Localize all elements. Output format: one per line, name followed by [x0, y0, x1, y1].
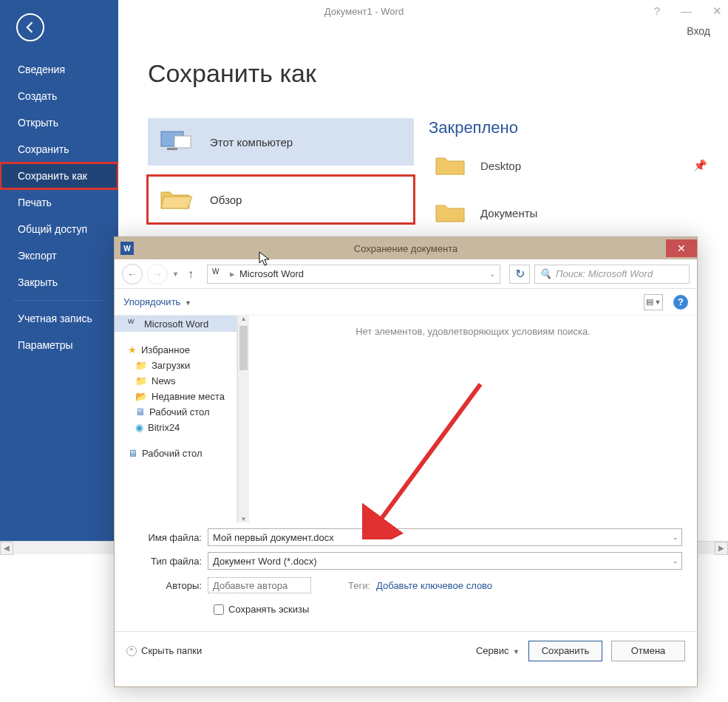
- sidebar-item-options[interactable]: Параметры: [0, 332, 118, 358]
- chevron-down-icon[interactable]: ⌄: [673, 557, 678, 565]
- sidebar-item-account[interactable]: Учетная запись: [0, 305, 118, 332]
- chevron-down-icon[interactable]: ▼: [172, 270, 179, 278]
- refresh-button[interactable]: ↻: [509, 265, 530, 284]
- file-list-area: Нет элементов, удовлетворяющих условиям …: [249, 316, 697, 522]
- chevron-up-icon: ⌃: [126, 646, 137, 656]
- sidebar-item-print[interactable]: Печать: [0, 189, 118, 216]
- window-controls: ? — ✕: [654, 4, 722, 18]
- save-button[interactable]: Сохранить: [528, 641, 602, 661]
- folder-icon: [435, 152, 467, 179]
- search-placeholder: Поиск: Microsoft Word: [556, 268, 653, 279]
- filename-label: Имя файла:: [129, 532, 208, 543]
- dialog-titlebar: W Сохранение документа ✕: [115, 237, 697, 259]
- folder-icon: 📁: [135, 375, 147, 386]
- empty-message: Нет элементов, удовлетворяющих условиям …: [356, 326, 591, 337]
- tree-item-news[interactable]: 📁News: [115, 373, 237, 389]
- authors-label: Авторы:: [129, 580, 208, 591]
- folder-open-icon: [160, 186, 192, 213]
- tree-scrollbar[interactable]: ▲ ▼: [237, 316, 249, 522]
- tree-item-favorites[interactable]: ★ Избранное: [115, 342, 237, 358]
- folder-icon: [435, 200, 467, 226]
- view-options-button[interactable]: ▤▼: [644, 294, 663, 310]
- pinned-item-documents[interactable]: Документы: [429, 189, 710, 236]
- cancel-button[interactable]: Отмена: [611, 641, 685, 661]
- thumbnail-label: Сохранять эскизы: [228, 604, 309, 615]
- filetype-label: Тип файла:: [129, 556, 208, 567]
- tags-label: Теги:: [348, 580, 370, 591]
- save-dialog: W Сохранение документа ✕ ← → ▼ ↑ W ▸ Mic…: [114, 236, 698, 687]
- nav-up-button[interactable]: ↑: [183, 267, 198, 281]
- sidebar-item-info[interactable]: Сведения: [0, 56, 118, 83]
- search-input[interactable]: 🔍 Поиск: Microsoft Word: [534, 265, 690, 284]
- tree-item-recent[interactable]: 📂Недавние места: [115, 389, 237, 404]
- pinned-label: Desktop: [480, 160, 521, 172]
- dialog-title: Сохранение документа: [354, 243, 458, 254]
- recent-icon: 📂: [135, 391, 147, 402]
- path-text: Microsoft Word: [239, 268, 304, 279]
- tree-item-desktop[interactable]: 🖥Рабочий стол: [115, 404, 237, 420]
- dialog-close-button[interactable]: ✕: [666, 239, 697, 257]
- dialog-fields: Имя файла: Мой первый документ.docx ⌄ Ти…: [115, 522, 697, 615]
- back-button[interactable]: [16, 13, 44, 41]
- svg-rect-2: [174, 136, 191, 148]
- word-icon: W: [128, 318, 140, 330]
- tags-input[interactable]: Добавьте ключевое слово: [376, 580, 492, 591]
- save-locations: Этот компьютер Обзор: [148, 118, 414, 223]
- close-icon[interactable]: ✕: [712, 4, 722, 18]
- nav-back-button[interactable]: ←: [122, 264, 143, 284]
- help-icon[interactable]: ?: [654, 4, 660, 18]
- sidebar-item-save-as[interactable]: Сохранить как: [0, 163, 118, 189]
- scrollbar-thumb[interactable]: [239, 326, 248, 370]
- pin-icon[interactable]: 📌: [693, 159, 704, 172]
- word-icon: W: [120, 242, 134, 255]
- word-icon: W: [212, 267, 225, 281]
- star-icon: ★: [128, 344, 137, 355]
- chevron-down-icon[interactable]: ⌄: [489, 270, 495, 278]
- tree-item-desktop-root[interactable]: 🖥Рабочий стол: [115, 446, 237, 461]
- filetype-select[interactable]: Документ Word (*.docx) ⌄: [208, 552, 682, 570]
- desktop-icon: 🖥: [135, 406, 145, 418]
- folder-icon: 📁: [135, 360, 147, 371]
- help-button[interactable]: ?: [673, 295, 688, 310]
- location-browse[interactable]: Обзор: [148, 176, 414, 223]
- minimize-icon[interactable]: —: [681, 4, 692, 18]
- authors-input[interactable]: [208, 577, 311, 593]
- tree-item-microsoft-word[interactable]: W Microsoft Word: [115, 316, 237, 332]
- nav-forward-button[interactable]: →: [147, 264, 168, 284]
- thumbnail-checkbox[interactable]: [214, 604, 224, 615]
- chevron-down-icon[interactable]: ⌄: [673, 534, 678, 541]
- sidebar-item-new[interactable]: Создать: [0, 83, 118, 109]
- dialog-nav-bar: ← → ▼ ↑ W ▸ Microsoft Word ⌄ ↻ 🔍 Поиск: …: [115, 259, 697, 289]
- page-title: Сохранить как: [118, 44, 728, 106]
- pinned-title: Закреплено: [429, 118, 710, 137]
- tree-item-downloads[interactable]: 📁Загрузки: [115, 358, 237, 373]
- computer-icon: [160, 129, 192, 155]
- bitrix-icon: ◉: [135, 422, 143, 433]
- dialog-toolbar: Упорядочить ▼ ▤▼ ?: [115, 289, 697, 316]
- pinned-item-desktop[interactable]: Desktop 📌: [429, 142, 710, 189]
- sidebar-item-close[interactable]: Закрыть: [0, 269, 118, 296]
- location-label: Этот компьютер: [210, 136, 293, 149]
- sidebar-item-open[interactable]: Открыть: [0, 109, 118, 136]
- sidebar-item-export[interactable]: Экспорт: [0, 242, 118, 269]
- sidebar-item-share[interactable]: Общий доступ: [0, 216, 118, 242]
- pinned-panel: Закреплено Desktop 📌 Документы: [429, 118, 710, 236]
- window-title: Документ1 - Word: [324, 6, 404, 17]
- tree-item-bitrix[interactable]: ◉Bitrix24: [115, 420, 237, 435]
- search-icon: 🔍: [540, 268, 551, 279]
- filename-input[interactable]: Мой первый документ.docx ⌄: [208, 528, 682, 546]
- sidebar-item-save[interactable]: Сохранить: [0, 136, 118, 163]
- desktop-icon: 🖥: [128, 448, 137, 459]
- path-input[interactable]: W ▸ Microsoft Word ⌄: [207, 265, 500, 284]
- folder-tree[interactable]: W Microsoft Word ★ Избранное 📁Загрузки 📁…: [115, 316, 237, 522]
- service-button[interactable]: Сервис ▼: [476, 645, 520, 656]
- backstage-sidebar: Сведения Создать Открыть Сохранить Сохра…: [0, 0, 118, 554]
- pinned-label: Документы: [480, 207, 537, 219]
- hide-folders-button[interactable]: ⌃ Скрыть папки: [126, 645, 202, 656]
- location-this-pc[interactable]: Этот компьютер: [148, 118, 414, 166]
- organize-button[interactable]: Упорядочить ▼: [123, 296, 191, 307]
- scroll-left-icon[interactable]: ◀: [0, 542, 13, 555]
- dialog-footer: ⌃ Скрыть папки Сервис ▼ Сохранить Отмена: [115, 631, 697, 669]
- browse-label: Обзор: [210, 194, 242, 206]
- scroll-right-icon[interactable]: ▶: [715, 542, 728, 555]
